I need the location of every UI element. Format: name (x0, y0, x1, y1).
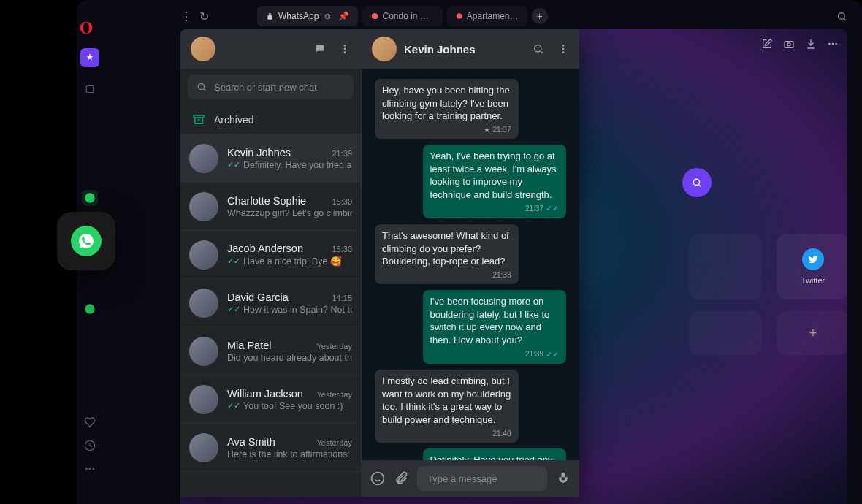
svg-rect-3 (785, 42, 793, 48)
chat-preview: Whazzzup girl? Let's go climbing... (227, 208, 352, 218)
svg-point-15 (562, 45, 565, 47)
new-chat-icon[interactable] (314, 43, 326, 55)
chat-avatar (189, 289, 218, 318)
twitter-icon (802, 248, 824, 270)
message-in[interactable]: That's awesome! What kind of climbing do… (375, 224, 519, 284)
svg-point-4 (787, 43, 790, 46)
message-input[interactable]: Type a message (417, 466, 547, 491)
chat-avatar (189, 385, 218, 414)
message-in[interactable]: Hey, have you been hitting the climbing … (375, 79, 519, 139)
tab-active[interactable]: WhatsApp ☺ 📌 (257, 6, 358, 26)
edit-icon[interactable] (761, 38, 773, 50)
message-in[interactable]: I mostly do lead climbing, but I want to… (375, 370, 519, 443)
menu-icon[interactable] (557, 43, 569, 55)
chat-list-item[interactable]: Jacob Anderson15:30✓✓Have a nice trip! B… (180, 231, 361, 279)
chat-avatar (189, 144, 218, 173)
my-avatar[interactable] (191, 37, 216, 61)
history-icon[interactable] (84, 440, 96, 451)
chat-time: 15:30 (332, 197, 352, 206)
chat-time: 15:30 (332, 245, 352, 253)
message-time: 21:40 (382, 429, 511, 439)
search-icon[interactable] (836, 11, 847, 22)
svg-point-12 (198, 83, 204, 89)
search-placeholder: Search or start new chat (214, 82, 317, 93)
message-text: I mostly do lead climbing, but I want to… (382, 375, 511, 426)
tab-item[interactable]: Apartament in Ba (447, 6, 527, 26)
chat-preview: ✓✓How it was in Spain? Not too... (227, 305, 352, 315)
whatsapp-badge (57, 212, 115, 270)
pin-icon[interactable]: 📌 (338, 11, 349, 21)
opera-logo-icon[interactable] (79, 20, 94, 35)
page-content: Twitter + Search or start new chat (180, 29, 847, 504)
svg-point-10 (344, 48, 346, 50)
browser-window: ⋮ ↻ WhatsApp ☺ 📌 Condo in Barcel Apartam… (77, 0, 862, 504)
speeddial-add-button[interactable]: + (777, 311, 847, 355)
contact-avatar[interactable] (372, 37, 397, 61)
tab-item[interactable]: Condo in Barcel (362, 6, 443, 26)
message-out[interactable]: Definitely. Have you tried any specific … (423, 448, 567, 460)
mic-icon[interactable] (556, 471, 571, 486)
airbnb-icon (371, 12, 378, 20)
chat-avatar (189, 240, 218, 270)
whatsapp-sidebar-header (180, 29, 361, 69)
chat-preview: Here is the link to affirmations: ... (227, 449, 352, 459)
svg-point-11 (344, 51, 346, 53)
workspace-icon[interactable] (81, 80, 99, 98)
message-text: Yeah, I've been trying to go at least tw… (430, 150, 560, 201)
svg-point-23 (85, 304, 94, 313)
input-placeholder: Type a message (427, 473, 497, 484)
chat-list: Kevin Johnes21:39✓✓Definitely. Have you … (180, 134, 361, 497)
speeddial-search-button[interactable] (682, 168, 712, 197)
speeddial-tile[interactable] (689, 311, 762, 355)
speeddial-tile[interactable] (689, 234, 762, 299)
more-icon[interactable] (84, 463, 96, 475)
whatsapp-conversation: Kevin Johnes Hey, have you been hitting … (362, 29, 579, 497)
message-text: Definitely. Have you tried any specific … (430, 454, 560, 460)
archived-row[interactable]: Archived (180, 105, 361, 134)
heart-icon[interactable] (84, 416, 96, 428)
message-out[interactable]: I've been focusing more on bouldering la… (423, 290, 567, 364)
search-icon[interactable] (533, 43, 544, 55)
browser-left-rail (77, 38, 103, 98)
chat-time: Yesterday (316, 438, 352, 447)
chat-avatar (189, 433, 218, 462)
chat-list-item[interactable]: William JacksonYesterday✓✓You too! See y… (180, 375, 361, 424)
svg-point-20 (83, 23, 89, 34)
chat-name: Kevin Johnes (227, 147, 291, 159)
star-icon: ★ (484, 125, 490, 135)
camera-icon[interactable] (783, 38, 795, 50)
read-check-icon: ✓✓ (546, 349, 559, 360)
refresh-icon[interactable]: ↻ (199, 9, 209, 23)
svg-point-1 (456, 13, 462, 19)
emoji-icon[interactable] (370, 471, 385, 486)
chat-list-item[interactable]: Charlotte Sophie15:30Whazzzup girl? Let'… (180, 183, 361, 231)
read-check-icon: ✓✓ (227, 305, 240, 314)
message-time: 21:38 (382, 270, 511, 280)
message-time: 21:37 ✓✓ (430, 203, 560, 214)
more-icon[interactable]: ⋮ (180, 9, 192, 23)
chat-list-item[interactable]: David Garcia14:15✓✓How it was in Spain? … (180, 279, 361, 327)
emoji-icon[interactable]: ☺ (323, 11, 332, 21)
speeddial-label: Twitter (801, 276, 825, 285)
whatsapp-search-input[interactable]: Search or start new chat (188, 75, 354, 99)
chat-avatar (189, 337, 218, 366)
chat-list-item[interactable]: Kevin Johnes21:39✓✓Definitely. Have you … (180, 134, 361, 183)
svg-point-18 (372, 473, 384, 485)
spotify-dock-icon[interactable] (82, 301, 98, 317)
message-out[interactable]: Yeah, I've been trying to go at least tw… (423, 145, 567, 218)
bottom-dock (79, 416, 101, 475)
attach-icon[interactable] (394, 471, 408, 486)
download-icon[interactable] (805, 38, 817, 50)
aria-icon[interactable] (80, 48, 99, 67)
chat-list-item[interactable]: Mia PatelYesterdayDid you heard already … (180, 327, 361, 375)
speeddial-tile-twitter[interactable]: Twitter (777, 234, 847, 299)
new-tab-button[interactable]: + (532, 8, 548, 24)
airbnb-icon (456, 12, 462, 20)
more-icon[interactable] (827, 38, 839, 50)
chat-time: Yesterday (316, 390, 352, 399)
whatsapp-dock-icon[interactable] (82, 190, 98, 206)
read-check-icon: ✓✓ (227, 160, 240, 169)
menu-icon[interactable] (339, 43, 351, 55)
svg-point-25 (85, 468, 88, 470)
chat-list-item[interactable]: Ava SmithYesterdayHere is the link to af… (180, 424, 361, 472)
